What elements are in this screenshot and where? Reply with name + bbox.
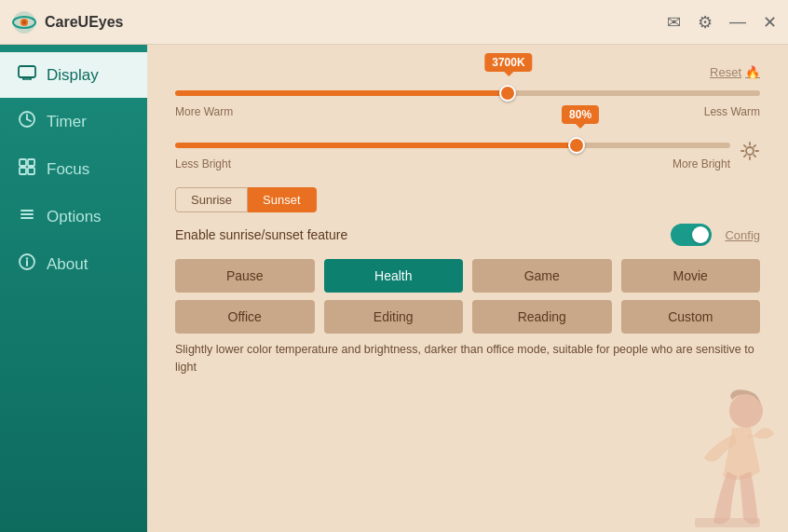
svg-rect-12 — [28, 159, 34, 166]
config-link[interactable]: Config — [725, 228, 760, 242]
reset-button[interactable]: Reset 🔥 — [710, 65, 760, 79]
app-title-left: CareUEyes — [11, 9, 124, 35]
svg-line-10 — [27, 119, 31, 121]
svg-rect-13 — [20, 168, 26, 174]
less-bright-label: Less Bright — [175, 157, 231, 171]
svg-line-27 — [754, 155, 755, 157]
more-warm-label: More Warm — [175, 105, 233, 118]
sunset-tab[interactable]: Sunset — [248, 187, 316, 212]
temperature-slider[interactable] — [175, 90, 760, 96]
mode-btn-game[interactable]: Game — [472, 259, 612, 293]
close-icon[interactable]: ✕ — [763, 12, 777, 33]
mode-btn-reading[interactable]: Reading — [472, 300, 612, 334]
svg-point-3 — [22, 20, 26, 24]
options-icon — [17, 206, 37, 227]
settings-icon[interactable]: ⚙ — [698, 12, 713, 33]
sidebar-item-about[interactable]: About — [0, 240, 147, 288]
display-icon — [17, 65, 37, 85]
decorative-figure — [676, 383, 788, 532]
svg-rect-4 — [19, 66, 35, 77]
app-logo-icon — [11, 9, 37, 35]
svg-line-28 — [754, 144, 755, 146]
sidebar-about-label: About — [47, 255, 88, 274]
mode-row-2: Office Editing Reading Custom — [175, 300, 760, 334]
feature-label: Enable sunrise/sunset feature — [175, 227, 347, 242]
content-area: Reset 🔥 3700K More Warm Less Warm 80% — [147, 45, 788, 532]
svg-rect-14 — [28, 168, 34, 174]
mode-btn-custom[interactable]: Custom — [621, 300, 761, 334]
svg-rect-11 — [20, 159, 26, 166]
brightness-section: 80% Less Bright More Bright — [175, 135, 760, 171]
sidebar-item-display[interactable]: Display — [0, 52, 147, 98]
temp-tooltip: 3700K — [484, 53, 532, 72]
sidebar-item-options[interactable]: Options — [0, 193, 147, 240]
mode-btn-editing[interactable]: Editing — [324, 300, 464, 334]
about-icon — [17, 253, 37, 275]
svg-rect-17 — [20, 213, 34, 215]
bright-tooltip: 80% — [562, 105, 599, 124]
temp-labels: More Warm Less Warm — [175, 105, 760, 118]
sidebar-focus-label: Focus — [47, 160, 89, 179]
mode-btn-office[interactable]: Office — [175, 300, 315, 334]
sunrise-tab[interactable]: Sunrise — [175, 187, 248, 212]
focus-icon — [17, 158, 37, 180]
sidebar: Display Timer Focus Options About — [0, 45, 147, 532]
feature-toggle-row: Enable sunrise/sunset feature Config — [175, 224, 760, 246]
bright-slider-container: 80% — [175, 135, 730, 152]
sidebar-timer-label: Timer — [47, 113, 87, 131]
svg-line-26 — [744, 144, 746, 146]
sunrise-tabs: Sunrise Sunset — [175, 187, 760, 212]
svg-point-30 — [729, 394, 763, 428]
more-bright-label: More Bright — [673, 157, 730, 171]
mode-description: Slightly lower color temperature and bri… — [175, 341, 760, 376]
title-bar: CareUEyes ✉ ⚙ — ✕ — [0, 0, 788, 45]
svg-rect-16 — [20, 217, 34, 219]
svg-rect-31 — [695, 518, 760, 527]
reset-label: Reset — [710, 65, 741, 79]
sunrise-section: Sunrise Sunset Enable sunrise/sunset fea… — [175, 187, 760, 246]
svg-rect-15 — [20, 210, 34, 211]
reset-icon: 🔥 — [745, 65, 760, 79]
bright-labels: Less Bright More Bright — [175, 157, 730, 171]
title-bar-controls: ✉ ⚙ — ✕ — [667, 12, 777, 33]
mode-row-1: Pause Health Game Movie — [175, 259, 760, 293]
feature-right: Config — [671, 224, 760, 246]
timer-icon — [17, 111, 37, 132]
less-warm-label: Less Warm — [704, 105, 760, 118]
temperature-section: Reset 🔥 3700K More Warm Less Warm — [175, 65, 760, 118]
sidebar-display-label: Display — [47, 66, 99, 85]
svg-point-21 — [746, 147, 754, 155]
temp-slider-container: 3700K — [175, 83, 760, 100]
sidebar-options-label: Options — [47, 208, 102, 226]
mail-icon[interactable]: ✉ — [667, 12, 681, 33]
svg-point-20 — [26, 257, 28, 259]
temp-label-row: Reset 🔥 — [175, 65, 760, 79]
sidebar-item-timer[interactable]: Timer — [0, 98, 147, 145]
sidebar-item-focus[interactable]: Focus — [0, 145, 147, 193]
app-name-label: CareUEyes — [45, 14, 124, 31]
mode-btn-movie[interactable]: Movie — [621, 259, 761, 293]
main-layout: Display Timer Focus Options About — [0, 45, 788, 532]
mode-buttons-section: Pause Health Game Movie Office Editing R… — [175, 259, 760, 334]
sunrise-toggle[interactable] — [671, 224, 712, 246]
mode-btn-health[interactable]: Health — [324, 259, 464, 293]
brightness-icon — [740, 141, 760, 166]
mode-btn-pause[interactable]: Pause — [175, 259, 315, 293]
brightness-row: 80% Less Bright More Bright — [175, 135, 760, 171]
minimize-icon[interactable]: — — [729, 12, 746, 32]
svg-line-29 — [744, 155, 746, 157]
bright-slider-wrap: 80% Less Bright More Bright — [175, 135, 730, 171]
brightness-slider[interactable] — [175, 143, 730, 148]
